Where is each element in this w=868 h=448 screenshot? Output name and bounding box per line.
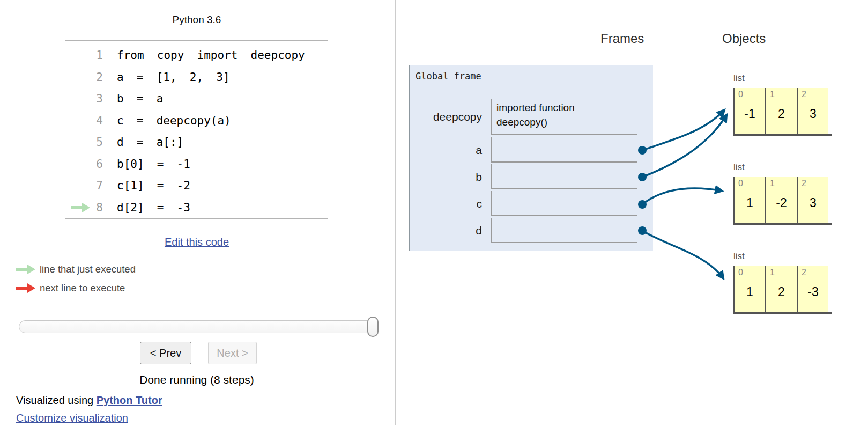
execution-slider-track[interactable] [19, 320, 379, 333]
prev-button[interactable]: < Prev [140, 342, 191, 364]
pointer-d-to-list3 [642, 231, 724, 279]
frame-var-b: b [410, 164, 646, 189]
code-top-divider [65, 40, 328, 41]
next-button-disabled: Next > [208, 342, 257, 364]
heap-list-3: list 0 1 1 2 2 -3 [733, 251, 832, 314]
heap-list-1: list 0 -1 1 2 2 3 [733, 73, 832, 136]
legend-label: line that just executed [40, 263, 136, 275]
frames-header: Frames [600, 31, 644, 46]
list-cell: 2 3 [797, 88, 828, 134]
code-listing: 1 from copy import deepcopy 2 a = [1, 2,… [65, 45, 340, 218]
list-cell: 0 -1 [733, 88, 765, 134]
execution-slider-thumb[interactable] [367, 317, 379, 337]
green-arrow-icon [16, 265, 35, 274]
code-line: 1 from copy import deepcopy [65, 45, 340, 67]
list-cell: 0 1 [733, 266, 765, 312]
frame-var-a: a [410, 137, 646, 163]
type-label: list [733, 73, 832, 84]
python-tutor-link[interactable]: Python Tutor [97, 394, 162, 406]
legend-just-executed: line that just executed [16, 261, 136, 277]
list-cell: 2 -3 [797, 266, 828, 312]
legend-next-line: next line to execute [16, 280, 125, 296]
list-cell: 1 2 [765, 266, 797, 312]
code-line: 7 c[1] = -2 [65, 175, 340, 197]
code-line: 3 b = a [65, 88, 340, 110]
python-tutor-app: Python 3.6 1 from copy import deepcopy 2… [0, 0, 868, 448]
list-cell: 1 2 [765, 88, 797, 134]
customize-visualization-link[interactable]: Customize visualization [16, 412, 128, 424]
frame-var-deepcopy: deepcopy imported function deepcopy() [410, 99, 646, 135]
pointer-c-to-list2 [642, 188, 723, 204]
panel-divider [395, 0, 396, 425]
pointer-b-to-list1 [642, 114, 727, 177]
list-cell: 2 3 [797, 177, 828, 223]
code-line: 2 a = [1, 2, 3] [65, 67, 340, 89]
code-bottom-divider [65, 218, 328, 219]
red-arrow-icon [16, 283, 35, 293]
list-cell: 0 1 [733, 177, 765, 223]
code-line: 4 c = deepcopy(a) [65, 110, 340, 132]
objects-header: Objects [722, 31, 766, 46]
type-label: list [733, 162, 832, 173]
code-line: 6 b[0] = -1 [65, 153, 340, 175]
type-label: list [733, 251, 832, 262]
legend-label: next line to execute [40, 282, 125, 294]
list-cell: 1 -2 [765, 177, 797, 223]
global-frame-label: Global frame [416, 71, 481, 82]
edit-code-link[interactable]: Edit this code [65, 236, 328, 248]
language-title: Python 3.6 [65, 14, 328, 26]
global-frame: Global frame deepcopy imported function … [409, 65, 653, 251]
heap-list-2: list 0 1 1 -2 2 3 [733, 162, 832, 225]
code-line-current: 8 d[2] = -3 [65, 197, 340, 219]
attribution-line: Visualized using Python Tutor [16, 394, 162, 407]
just-executed-arrow-icon [71, 203, 90, 212]
frame-var-c: c [410, 191, 646, 216]
pointer-a-to-list1 [642, 109, 725, 150]
code-line: 5 d = a[:] [65, 131, 340, 153]
status-text: Done running (8 steps) [65, 373, 328, 386]
frame-var-d: d [410, 218, 646, 243]
